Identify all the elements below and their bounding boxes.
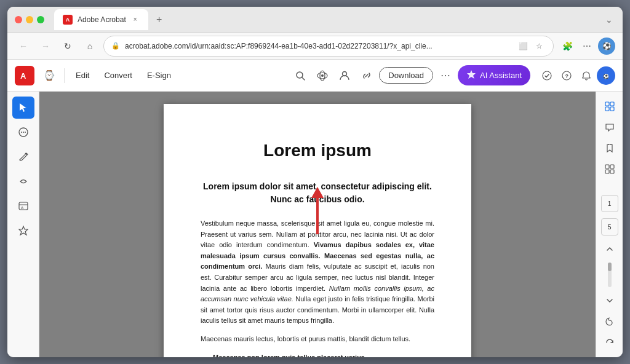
close-window-button[interactable] <box>15 16 22 23</box>
rotate-button[interactable] <box>600 333 620 352</box>
svg-rect-24 <box>610 102 614 106</box>
search-button[interactable] <box>290 66 310 85</box>
security-icon: 🔒 <box>111 42 120 50</box>
acrobat-logo: A <box>15 66 34 85</box>
share-page-button[interactable]: ⬜ <box>516 39 530 53</box>
edit-menu-button[interactable]: Edit <box>70 67 95 84</box>
svg-point-8 <box>543 71 551 80</box>
svg-point-5 <box>321 74 324 77</box>
pdf-subtitle: Lorem ipsum dolor sit amet, consectetur … <box>201 180 434 206</box>
comments-panel-button[interactable] <box>600 117 620 137</box>
esign-menu-button[interactable]: E-Sign <box>141 67 177 84</box>
forward-button[interactable]: → <box>37 38 54 55</box>
help-button[interactable]: ? <box>557 66 576 85</box>
draw-tool-button[interactable] <box>12 146 34 168</box>
extensions-button[interactable]: 🧩 <box>559 38 576 55</box>
action-tool-button[interactable] <box>12 220 34 242</box>
svg-rect-26 <box>610 107 614 111</box>
acrobat-toolbar: A ⌚ Edit Convert E-Sign Download ⋯ AI As… <box>7 60 623 92</box>
check-button[interactable] <box>538 66 556 85</box>
user-tool-button[interactable] <box>335 66 354 85</box>
svg-rect-29 <box>605 165 609 168</box>
svg-rect-23 <box>605 102 609 106</box>
pdf-body: Vestibulum neque massa, scelerisque sit … <box>201 218 434 357</box>
left-sidebar: A <box>7 92 39 357</box>
svg-text:A: A <box>20 71 26 81</box>
pdf-title: Lorem ipsum <box>201 141 434 160</box>
url-text: acrobat.adobe.com/id/urn:aaid:sc:AP:f896… <box>125 42 511 50</box>
pdf-list-item-1: Maecenas non lorem quis tellus placerat … <box>213 352 434 357</box>
svg-rect-32 <box>610 170 614 173</box>
acrobat-tab-icon: A <box>63 15 73 25</box>
browser-more-button[interactable]: ⋯ <box>578 38 596 55</box>
svg-point-16 <box>23 132 24 133</box>
bookmarks-panel-button[interactable] <box>600 138 620 158</box>
pdf-list: Maecenas non lorem quis tellus placerat … <box>213 352 434 357</box>
right-sidebar: 1 5 <box>596 92 623 357</box>
theme-button[interactable] <box>600 312 620 331</box>
svg-text:A: A <box>21 206 24 210</box>
magic-tool-button[interactable] <box>313 66 332 85</box>
window-controls: ⌄ <box>603 12 615 27</box>
main-area: A Lorem ipsum Lorem ipsum dolor sit amet… <box>7 92 623 357</box>
text-tool-button[interactable]: A <box>12 195 34 217</box>
svg-rect-31 <box>605 170 609 173</box>
svg-marker-13 <box>20 103 26 112</box>
url-bar[interactable]: 🔒 acrobat.adobe.com/id/urn:aaid:sc:AP:f8… <box>103 36 554 57</box>
user-avatar-button[interactable]: ⚽ <box>598 38 615 55</box>
svg-rect-25 <box>605 107 609 111</box>
select-tool-button[interactable] <box>12 97 34 119</box>
maximize-window-button[interactable] <box>37 16 44 23</box>
convert-menu-button[interactable]: Convert <box>98 67 138 84</box>
ai-assistant-label: AI Assistant <box>480 71 522 80</box>
bookmark-button[interactable]: ☆ <box>532 39 546 53</box>
new-tab-button[interactable]: + <box>151 11 168 28</box>
link-tool-button[interactable] <box>357 66 377 85</box>
scroll-down-button[interactable] <box>600 291 620 311</box>
scroll-thumb <box>608 263 612 271</box>
scroll-indicator <box>608 263 612 287</box>
pdf-paragraph-2: Maecenas mauris lectus, lobortis et puru… <box>201 334 434 345</box>
acrobat-user-avatar[interactable]: ⚽ <box>597 66 615 85</box>
tab-close-button[interactable]: × <box>131 15 140 24</box>
comment-tool-button[interactable] <box>12 121 34 143</box>
tab-bar: A Adobe Acrobat × + <box>54 9 598 30</box>
toolbar-right-icons: ? ⚽ <box>538 66 615 85</box>
scroll-up-button[interactable] <box>600 239 620 259</box>
page-number-1: 1 <box>601 195 618 212</box>
home-button[interactable]: ⌂ <box>81 38 98 55</box>
tab-title: Adobe Acrobat <box>78 15 126 24</box>
pdf-paragraph-1: Vestibulum neque massa, scelerisque sit … <box>201 218 434 326</box>
title-bar: A Adobe Acrobat × + ⌄ <box>7 7 623 33</box>
svg-marker-22 <box>19 226 28 235</box>
svg-rect-30 <box>610 165 614 168</box>
pdf-subtitle-text: Lorem ipsum dolor sit amet, consectetur … <box>203 181 432 204</box>
ai-icon <box>466 69 476 81</box>
browser-actions: 🧩 ⋯ ⚽ <box>559 38 615 55</box>
address-bar: ← → ↻ ⌂ 🔒 acrobat.adobe.com/id/urn:aaid:… <box>7 33 623 60</box>
ai-assistant-button[interactable]: AI Assistant <box>458 65 530 85</box>
notifications-button[interactable] <box>577 66 596 85</box>
minimize-window-button[interactable] <box>26 16 33 23</box>
svg-point-17 <box>25 132 26 133</box>
traffic-lights <box>15 16 44 23</box>
page-number-5: 5 <box>601 218 618 235</box>
back-button[interactable]: ← <box>15 38 32 55</box>
download-button[interactable]: Download <box>379 67 433 84</box>
svg-text:?: ? <box>565 73 569 79</box>
svg-point-15 <box>21 132 22 133</box>
thumbnails-panel-button[interactable] <box>600 159 620 179</box>
window-menu-button[interactable]: ⌄ <box>603 12 615 27</box>
history-button[interactable]: ⌚ <box>39 66 59 85</box>
url-actions: ⬜ ☆ <box>516 39 546 53</box>
more-options-button[interactable]: ⋯ <box>436 66 455 85</box>
pdf-page: Lorem ipsum Lorem ipsum dolor sit amet, … <box>164 104 471 357</box>
arrow-tool-button[interactable] <box>12 170 34 192</box>
refresh-button[interactable]: ↻ <box>59 38 76 55</box>
organize-pages-button[interactable] <box>600 97 620 116</box>
pdf-viewer[interactable]: Lorem ipsum Lorem ipsum dolor sit amet, … <box>39 92 596 357</box>
active-tab[interactable]: A Adobe Acrobat × <box>54 9 148 30</box>
toolbar-divider-1 <box>64 68 65 83</box>
svg-text:⚽: ⚽ <box>603 73 609 79</box>
svg-marker-7 <box>467 70 476 79</box>
